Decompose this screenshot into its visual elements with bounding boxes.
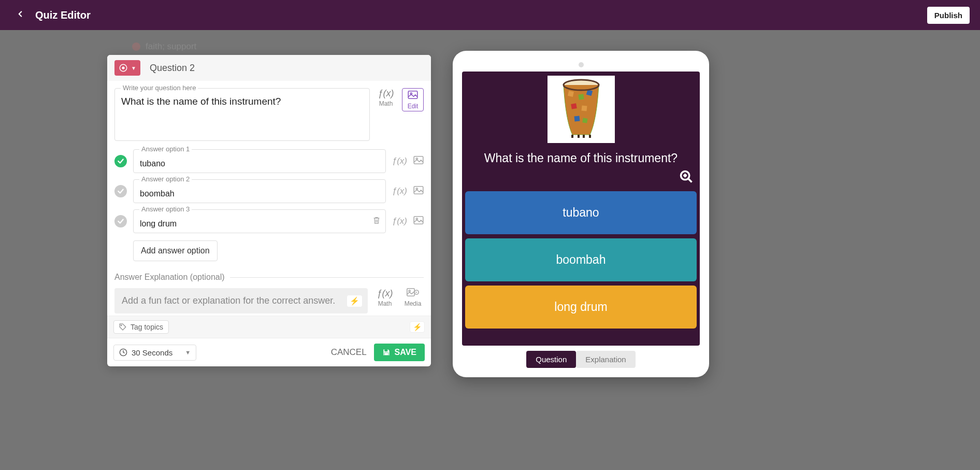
answer-option-row: Answer option 3 ƒ(x): [114, 209, 424, 233]
svg-rect-6: [414, 186, 423, 193]
option-image-icon[interactable]: [413, 186, 424, 197]
time-limit-dropdown[interactable]: 30 Seconds ▼: [113, 345, 196, 361]
explanation-math-button[interactable]: ƒ(x) Math: [374, 288, 396, 307]
cancel-button[interactable]: CANCEL: [331, 347, 367, 358]
question-field-label: Write your question here: [121, 84, 198, 92]
correct-answer-toggle[interactable]: [114, 185, 127, 197]
preview-screen: What is the name of this instrument? tub…: [462, 72, 700, 346]
previous-answer-ghost: faith; support: [132, 41, 196, 52]
ghost-bullet-icon: [132, 42, 140, 51]
explanation-media-label: Media: [405, 300, 422, 307]
explanation-section-header: Answer Explanation (optional): [114, 273, 424, 282]
answer-option-label: Answer option 2: [139, 175, 192, 183]
explanation-media-button[interactable]: Media: [402, 288, 424, 307]
save-button-label: SAVE: [395, 348, 416, 357]
question-number-label: Question 2: [150, 63, 195, 74]
clock-icon: [119, 348, 127, 357]
add-answer-option-button[interactable]: Add answer option: [133, 240, 218, 261]
publish-button[interactable]: Publish: [927, 7, 970, 24]
tag-topics-button[interactable]: Tag topics: [113, 320, 169, 334]
math-tool-label: Math: [379, 100, 393, 107]
image-icon: [408, 91, 418, 102]
check-icon: [117, 188, 124, 195]
svg-line-25: [688, 179, 692, 182]
svg-point-13: [121, 325, 122, 326]
explanation-input[interactable]: Add a fun fact or explanation for the co…: [114, 288, 368, 314]
preview-question-image: [547, 76, 615, 143]
explanation-ai-bolt-icon[interactable]: ⚡: [347, 295, 363, 307]
back-chevron-icon[interactable]: [16, 9, 25, 21]
preview-tab-question[interactable]: Question: [526, 351, 576, 368]
preview-tabs: Question Explanation: [462, 351, 700, 368]
svg-rect-2: [408, 91, 417, 98]
svg-rect-17: [578, 94, 584, 99]
ghost-text: faith; support: [146, 41, 196, 52]
page-title: Quiz Editor: [35, 9, 91, 21]
question-text-input[interactable]: [114, 88, 370, 141]
question-editor-panel: ▼ Question 2 Write your question here ƒ(…: [107, 55, 431, 366]
check-icon: [117, 158, 124, 165]
media-icon: [407, 288, 419, 299]
zoom-in-icon[interactable]: [679, 169, 694, 187]
preview-answer-tile[interactable]: tubano: [465, 191, 697, 234]
answer-option-label: Answer option 3: [139, 205, 192, 213]
fx-icon: ƒ(x): [378, 88, 394, 99]
option-math-icon[interactable]: ƒ(x): [392, 156, 407, 167]
option-math-icon[interactable]: ƒ(x): [392, 216, 407, 227]
explanation-placeholder: Add a fun fact or explanation for the co…: [122, 295, 335, 306]
svg-rect-20: [581, 106, 587, 111]
preview-tab-explanation[interactable]: Explanation: [576, 351, 635, 368]
save-icon: [382, 348, 391, 357]
svg-rect-16: [568, 91, 574, 97]
option-math-icon[interactable]: ƒ(x): [392, 186, 407, 197]
edit-media-button[interactable]: Edit: [402, 88, 424, 111]
correct-answer-toggle[interactable]: [114, 155, 127, 167]
svg-rect-19: [571, 103, 577, 109]
preview-question-text: What is the name of this instrument?: [465, 147, 697, 165]
device-camera-icon: [579, 62, 584, 67]
drum-image-icon: [558, 79, 604, 140]
tag-icon: [119, 323, 126, 331]
svg-point-1: [122, 66, 124, 69]
svg-rect-4: [414, 156, 423, 163]
fx-icon: ƒ(x): [377, 288, 393, 299]
preview-answer-tile[interactable]: boombah: [465, 238, 697, 281]
svg-rect-21: [574, 116, 580, 122]
tag-ai-bolt-icon[interactable]: ⚡: [410, 321, 425, 333]
caret-down-icon: ▼: [131, 65, 136, 71]
math-tool-button[interactable]: ƒ(x) Math: [375, 88, 397, 107]
tag-topics-bar: Tag topics ⚡: [107, 316, 431, 338]
tag-topics-label: Tag topics: [131, 323, 163, 331]
explanation-math-label: Math: [378, 300, 392, 307]
edit-media-label: Edit: [408, 103, 419, 110]
save-button[interactable]: SAVE: [374, 344, 425, 361]
time-limit-label: 30 Seconds: [132, 348, 172, 357]
check-icon: [117, 218, 124, 225]
question-type-dropdown[interactable]: ▼: [114, 60, 140, 76]
preview-device: What is the name of this instrument? tub…: [453, 51, 709, 377]
correct-answer-toggle[interactable]: [114, 215, 127, 227]
option-image-icon[interactable]: [413, 216, 424, 227]
editor-footer: 30 Seconds ▼ CANCEL SAVE: [107, 338, 431, 366]
svg-rect-22: [582, 118, 587, 123]
app-header: Quiz Editor Publish: [0, 0, 980, 30]
answer-option-row: Answer option 2 ƒ(x): [114, 179, 424, 203]
svg-rect-8: [414, 216, 423, 223]
target-icon: [119, 63, 128, 73]
svg-point-11: [409, 290, 410, 292]
answer-option-label: Answer option 1: [139, 145, 192, 153]
editor-header: ▼ Question 2: [107, 55, 431, 81]
preview-answer-tile[interactable]: long drum: [465, 286, 697, 329]
option-image-icon[interactable]: [413, 156, 424, 167]
delete-option-icon[interactable]: [372, 216, 381, 226]
answer-option-row: Answer option 1 ƒ(x): [114, 149, 424, 173]
caret-down-icon: ▼: [185, 349, 191, 355]
explanation-section-label: Answer Explanation (optional): [114, 273, 225, 282]
